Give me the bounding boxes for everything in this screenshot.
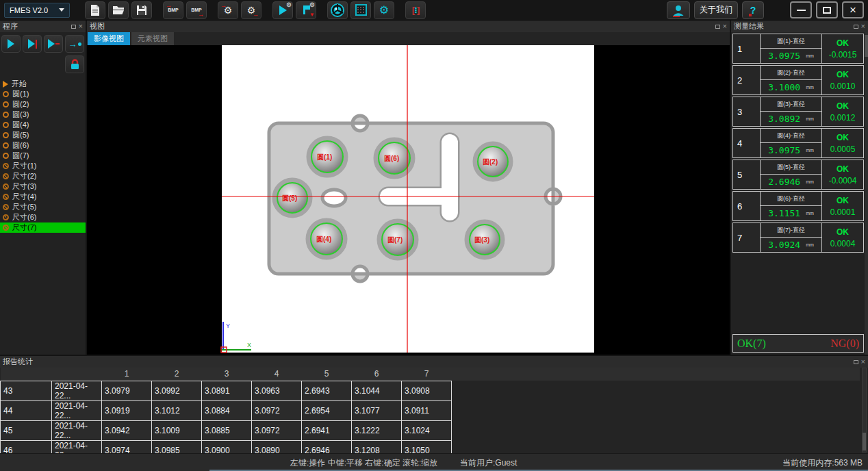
minimize-button[interactable] bbox=[790, 1, 812, 18]
report-header-fill bbox=[450, 368, 860, 381]
trigger-settings-button[interactable]: ⚙ ▾ bbox=[296, 1, 316, 19]
status-badge: OK bbox=[837, 38, 849, 48]
tree-item-0[interactable]: 开始 bbox=[0, 79, 86, 89]
open-file-button[interactable] bbox=[108, 1, 129, 19]
step-run-button[interactable] bbox=[23, 35, 42, 53]
close-panel-icon[interactable]: × bbox=[861, 23, 865, 30]
tree-item-10[interactable]: 尺寸(3) bbox=[0, 181, 86, 192]
result-row[interactable]: 5圆(5)-直径2.6946mmOK-0.0004 bbox=[732, 160, 864, 190]
table-row[interactable]: 442021-04-22...3.09193.10123.08843.09722… bbox=[1, 400, 452, 420]
camera-button[interactable] bbox=[327, 1, 348, 19]
circle-icon bbox=[3, 142, 9, 149]
table-row[interactable]: 452021-04-22...3.09423.10093.08853.09722… bbox=[1, 420, 452, 440]
float-panel-icon[interactable] bbox=[715, 25, 720, 29]
tree-item-8[interactable]: 尺寸(1) bbox=[0, 161, 86, 171]
report-cell: 3.1044 bbox=[352, 381, 402, 400]
result-status-cell: OK0.0005 bbox=[822, 129, 863, 157]
save-image-button[interactable]: BMP → bbox=[186, 1, 207, 19]
export-arrow-icon: → bbox=[198, 12, 204, 18]
tree-item-9[interactable]: 尺寸(2) bbox=[0, 171, 86, 181]
tree-item-7[interactable]: 圆(7) bbox=[0, 151, 86, 161]
report-cell: 3.1222 bbox=[352, 420, 402, 440]
report-col-header bbox=[1, 368, 52, 381]
down-arrow-icon: ▾ bbox=[310, 12, 314, 18]
stop-run-button[interactable] bbox=[44, 35, 63, 53]
float-panel-icon[interactable] bbox=[71, 25, 76, 29]
table-row[interactable]: 432021-04-22...3.09793.09923.08913.09632… bbox=[1, 381, 452, 400]
run-settings-button[interactable]: ⚙ bbox=[272, 1, 293, 19]
tree-item-3[interactable]: 圆(3) bbox=[0, 110, 86, 120]
chevron-down-icon bbox=[59, 8, 64, 12]
maximize-button[interactable] bbox=[816, 1, 838, 18]
import-program-button[interactable]: → ⚙ bbox=[218, 1, 238, 19]
results-scrollbar[interactable] bbox=[865, 32, 868, 355]
result-row[interactable]: 6圆(6)-直径3.1151mmOK0.0001 bbox=[732, 191, 864, 221]
result-value-cell: 3.0975mm bbox=[761, 143, 821, 157]
tree-item-6[interactable]: 圆(6) bbox=[0, 140, 86, 151]
circle-label: 圆(1) bbox=[317, 153, 332, 161]
tree-item-13[interactable]: 尺寸(6) bbox=[0, 212, 86, 222]
status-badge: OK bbox=[837, 133, 849, 142]
result-value-cell: 3.1151mm bbox=[761, 206, 821, 220]
calibration-button[interactable] bbox=[350, 1, 371, 19]
close-panel-icon[interactable]: × bbox=[79, 23, 83, 30]
tab-element-view[interactable]: 元素视图 bbox=[131, 32, 174, 45]
run-button[interactable] bbox=[1, 35, 21, 53]
new-file-button[interactable] bbox=[85, 1, 105, 19]
tree-item-label: 尺寸(6) bbox=[12, 212, 36, 222]
gear-icon: ⚙ bbox=[286, 2, 292, 8]
tree-item-1[interactable]: 圆(1) bbox=[0, 89, 86, 99]
result-row[interactable]: 4圆(4)-直径3.0975mmOK0.0005 bbox=[732, 128, 864, 158]
tree-item-14[interactable]: 尺寸(7) bbox=[0, 222, 86, 233]
result-value: 2.6946 bbox=[768, 177, 800, 187]
status-badge: OK bbox=[837, 196, 849, 205]
report-panel: 报告统计 × 1234567 432021-04-22...3.09793.09… bbox=[0, 355, 868, 453]
close-panel-icon[interactable]: × bbox=[723, 23, 727, 30]
tree-item-11[interactable]: 尺寸(4) bbox=[0, 192, 86, 202]
report-row-id: 43 bbox=[1, 381, 52, 400]
help-button[interactable]: ? bbox=[742, 1, 764, 19]
result-row[interactable]: 3圆(3)-直径3.0892mmOK0.0012 bbox=[732, 97, 864, 127]
result-row[interactable]: 7圆(7)-直径3.0924mmOK0.0004 bbox=[732, 222, 864, 253]
tab-image-view[interactable]: 影像视图 bbox=[88, 32, 130, 45]
tree-item-4[interactable]: 圆(4) bbox=[0, 120, 86, 130]
close-icon: × bbox=[850, 4, 856, 16]
close-panel-icon[interactable]: × bbox=[861, 358, 865, 366]
result-unit: mm bbox=[806, 242, 814, 247]
load-image-button[interactable]: → BMP bbox=[163, 1, 183, 19]
result-row[interactable]: 1圆(1)-直径3.0975mmOK-0.0015 bbox=[732, 34, 864, 64]
dimension-icon bbox=[3, 225, 9, 231]
result-mid-cell: 圆(1)-直径3.0975mm bbox=[761, 34, 822, 63]
result-name: 圆(4)-直径 bbox=[761, 129, 821, 143]
memory-usage: 当前使用内存:563 MB bbox=[782, 457, 863, 469]
panel-layout-button[interactable]: [⁝] bbox=[405, 1, 426, 19]
app-title-dropdown[interactable]: FMES V2.0 bbox=[4, 3, 70, 18]
tree-item-5[interactable]: 圆(5) bbox=[0, 130, 86, 140]
user-button[interactable] bbox=[667, 1, 690, 19]
close-button[interactable]: × bbox=[842, 1, 864, 18]
result-value-cell: 3.0892mm bbox=[761, 112, 821, 126]
result-row[interactable]: 2圆(2)-直径3.1000mmOK0.0010 bbox=[732, 65, 864, 95]
view-panel-titlebar: 视图 × bbox=[87, 21, 730, 32]
report-cell: 3.1024 bbox=[402, 420, 452, 440]
results-panel: 测量结果 × 1圆(1)-直径3.0975mmOK-0.00152圆(2)-直径… bbox=[730, 21, 868, 355]
result-unit: mm bbox=[806, 179, 814, 184]
result-status-cell: OK0.0001 bbox=[822, 192, 863, 220]
about-us-button[interactable]: 关于我们 bbox=[694, 1, 738, 19]
float-panel-icon[interactable] bbox=[854, 360, 858, 364]
tree-item-label: 圆(1) bbox=[12, 89, 29, 99]
main-area: 程序 × → 开始圆(1)圆(2)圆(3)圆(4)圆(5)圆(6)圆(7)尺寸(… bbox=[0, 21, 868, 355]
lock-button[interactable] bbox=[65, 55, 84, 73]
tree-item-2[interactable]: 圆(2) bbox=[0, 99, 86, 110]
export-program-button[interactable]: ⚙ → bbox=[241, 1, 261, 19]
tree-item-12[interactable]: 尺寸(5) bbox=[0, 202, 86, 212]
save-file-button[interactable] bbox=[131, 1, 152, 19]
run-to-button[interactable]: → bbox=[65, 35, 84, 53]
dimension-icon bbox=[3, 214, 9, 220]
result-value: 3.0924 bbox=[768, 240, 800, 250]
float-panel-icon[interactable] bbox=[854, 25, 858, 29]
image-canvas[interactable]: 圆(1)圆(6)圆(2)圆(5)圆(4)圆(7)圆(3) Y X bbox=[87, 45, 730, 355]
report-col-header: 6 bbox=[352, 368, 402, 381]
report-scrollbar[interactable] bbox=[862, 368, 867, 453]
settings-button[interactable]: ⚙ bbox=[374, 1, 394, 19]
